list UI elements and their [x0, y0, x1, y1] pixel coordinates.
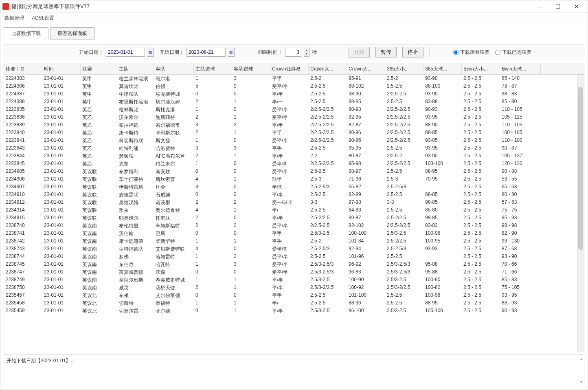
table-cell: 禾京: [117, 206, 154, 214]
calendar-icon[interactable]: ▦: [228, 48, 235, 57]
radio-download-all[interactable]: 下载所有联赛: [453, 49, 489, 56]
table-row[interactable]: 223545723-01-01英议北布顿艾尔佛莱顿00平手2.5-2.5101-…: [4, 291, 584, 299]
pause-button[interactable]: 暂停: [375, 47, 397, 57]
radio-all-input[interactable]: [453, 50, 459, 55]
table-cell: 2: [194, 152, 232, 160]
table-cell: 2.5-2.5: [385, 82, 423, 90]
table-row[interactable]: 223875023-01-01英议南威灵汤桥天使21平/半2.5/3-2/2.5…: [4, 284, 584, 291]
log-scroll-up-icon[interactable]: ▴: [580, 357, 582, 361]
maximize-button[interactable]: ☐: [549, 1, 567, 12]
table-row[interactable]: 223545923-01-01英议北切奥尔雷菲尔德01平/半2.5/3-2.59…: [4, 307, 584, 315]
column-header[interactable]: Bwin大球...: [500, 63, 541, 74]
column-header[interactable]: Crown大...: [347, 63, 385, 74]
table-cell: 半/一: [270, 98, 309, 106]
column-header[interactable]: Crown让终盘: [270, 63, 309, 74]
column-header[interactable]: 比赛ＩＤ: [4, 63, 42, 74]
table-row[interactable]: 223874023-01-01英议南布伦特里车姆斯福特22受平/半2/2.5-2…: [4, 222, 584, 229]
table-cell: 85 - 80: [500, 98, 541, 106]
table-row[interactable]: 222383623-01-01英乙沃尔索尔曼斯菲特21受平/半2/2.5-2/2…: [4, 113, 584, 121]
menu-adsl-settings[interactable]: ADSL设置: [32, 15, 54, 22]
table-row[interactable]: 223874223-01-01英议南康卡德流浪柴斯罕特11平手2.5-2101-…: [4, 237, 584, 245]
table-row[interactable]: 223874923-01-01英议南圣阿尔班斯希美威史特城11平/半2.5/3-…: [4, 276, 584, 284]
end-date-input[interactable]: [186, 48, 226, 57]
table-cell: 2238742: [4, 237, 42, 245]
table-row[interactable]: 223491223-01-01英议联奥德汉姆诺茨郡22受一/球半3-397-88…: [4, 198, 584, 206]
table-cell: 格林斯比: [117, 106, 154, 113]
table-cell: 105 - 137: [500, 152, 541, 160]
interval-input[interactable]: [285, 48, 301, 57]
table-cell: 2.5 - 2.5: [462, 206, 500, 214]
column-header[interactable]: 时间: [42, 63, 81, 74]
table-cell: 英乙: [81, 129, 117, 137]
radio-selected-input[interactable]: [495, 50, 500, 55]
table-cell: 100 - 105: [500, 129, 541, 137]
table-row[interactable]: 223490623-01-01英议联车士打菲特斯坎索普41球半2.5-371-9…: [4, 175, 584, 183]
table-cell: 2.5-2.5: [385, 167, 423, 175]
table-cell: 奥尔德肖特: [154, 206, 194, 214]
column-header[interactable]: Bwin大小...: [462, 63, 500, 74]
calendar-icon[interactable]: ▦: [147, 48, 154, 57]
tab-league-select[interactable]: 联赛选择面板: [50, 27, 95, 40]
table-row[interactable]: 223874523-01-01英议南东伯尼哈瓦特13受平/半2.5/3-2.5/…: [4, 260, 584, 268]
table-row[interactable]: 222384123-01-01英乙科切斯特联斯文登10受平/半2/2.5-2/2…: [4, 137, 584, 144]
table-row[interactable]: 222438823-01-01英甲布里斯托流浪切尔滕汉姆21半/一2.5-2.5…: [4, 98, 584, 106]
start-button[interactable]: 开始: [349, 47, 370, 57]
table-row[interactable]: 223545823-01-01英议北切斯特泰福特11半/一2.5-2.588-9…: [4, 299, 584, 307]
table-cell: 2.5-2/2.5: [385, 214, 423, 222]
table-row[interactable]: 222383923-01-01英乙布拉福德索尔福德市32平/半2/2.5-2/2…: [4, 121, 584, 129]
table-row[interactable]: 223874123-01-01英议南茨伯翰巴斯00平手2.5/3-2.5100-…: [4, 229, 584, 237]
table-cell: 96-100: [347, 307, 385, 315]
table-cell: 1: [232, 113, 270, 121]
table-body[interactable]: 222438323-01-01英甲格兰森林流浪维尔港13平手2.5-295-91…: [4, 75, 584, 352]
scrollbar-thumb[interactable]: [578, 87, 583, 250]
table-row[interactable]: 222384523-01-01英乙克鲁特兰米尔10受半球2/2.5-2/2.59…: [4, 160, 584, 167]
table-cell: 菲尔德: [154, 307, 194, 315]
end-date-group: 开始日期： ▦: [160, 48, 235, 57]
interval-spinner[interactable]: ▲▼: [304, 48, 309, 57]
table-row[interactable]: 222383523-01-01英乙格林斯比斯托克港10受平/半2/2.5-2/2…: [4, 106, 584, 113]
column-header[interactable]: 主队: [117, 63, 154, 74]
table-cell: 平/半: [270, 191, 309, 198]
column-header[interactable]: 客队: [154, 63, 194, 74]
column-header[interactable]: 主队进球: [194, 63, 232, 74]
start-date-input[interactable]: [106, 48, 145, 57]
table-cell: 95-95: [347, 144, 385, 152]
table-row[interactable]: 222384323-01-01英乙哈特利浦哈洛贾特33平手2.5-2.595-9…: [4, 144, 584, 152]
table-row[interactable]: 223490523-01-01英议联布罗姆利南安联00受平/半2.5-2.588…: [4, 167, 584, 175]
table-row[interactable]: 223874723-01-01英议南富莫咸普顿沃森00受平/半2.5/3-2.5…: [4, 268, 584, 276]
column-header[interactable]: 365大球...: [423, 63, 462, 74]
table-row[interactable]: 222384423-01-01英乙瑟顿联AFC温布尔登21平/半2-280-87…: [4, 152, 584, 160]
minimize-button[interactable]: —: [531, 1, 549, 12]
table-cell: 3-3: [385, 198, 423, 206]
vertical-scrollbar[interactable]: [577, 75, 584, 352]
table-row[interactable]: 222438623-01-01英甲莫雷坎比伯顿50受平/半2.5-2.588-1…: [4, 82, 584, 90]
table-cell: 2238749: [4, 276, 42, 284]
column-header[interactable]: 联赛: [81, 63, 117, 74]
table-row[interactable]: 223490723-01-01英议联伊斯特雷格杜金40半球2.5-2.5/365…: [4, 183, 584, 191]
stop-button[interactable]: 停止: [402, 47, 423, 57]
table-cell: 4: [194, 183, 232, 191]
table-cell: 23-01-01: [42, 307, 81, 315]
column-header[interactable]: Crown大...: [309, 63, 347, 74]
menu-data-management[interactable]: 数据管理: [4, 15, 24, 22]
column-header[interactable]: 365大小...: [385, 63, 423, 74]
table-row[interactable]: 223491523-01-01英议联耶奥维尔托奎联20平/半2.5-2/2.59…: [4, 214, 584, 222]
close-button[interactable]: ✕: [567, 1, 586, 12]
table-cell: 2-2: [309, 152, 347, 160]
table-cell: 平/半: [270, 284, 309, 291]
table-cell: 93-90: [423, 75, 462, 82]
table-row[interactable]: 223874323-01-01英议南达特福德队艾贝斯费特联40受半球2.5-2.…: [4, 245, 584, 253]
table-row[interactable]: 223491023-01-01英议联麦德黑联石威德00平/半2.5-2.582-…: [4, 191, 584, 198]
table-row[interactable]: 222438323-01-01英甲格兰森林流浪维尔港13平手2.5-295-91…: [4, 75, 584, 82]
table-cell: 0: [232, 160, 270, 167]
column-header[interactable]: 客队进球: [232, 63, 270, 74]
table-cell: 英议联: [81, 214, 117, 222]
table-row[interactable]: 222384023-01-01英乙唐卡斯特卡利斯尔联21平手2/2.5-2/2.…: [4, 129, 584, 137]
table-row[interactable]: 222438723-01-01英甲牛津联队埃克塞特城00平/半2.5-2.598…: [4, 90, 584, 98]
table-row[interactable]: 223874423-01-01英议南多佛哈姆雷特12受平/半2.5-2.5101…: [4, 253, 584, 260]
table-row[interactable]: 223491423-01-01英议联禾京奥尔德肖特41半/一2.5-2.584-…: [4, 206, 584, 214]
radio-download-selected[interactable]: 下载已选联赛: [495, 49, 531, 56]
table-cell: 英议南: [81, 245, 117, 253]
tab-match-download[interactable]: 比赛数据下载: [4, 27, 48, 40]
log-scroll-down-icon[interactable]: ▾: [580, 380, 582, 384]
